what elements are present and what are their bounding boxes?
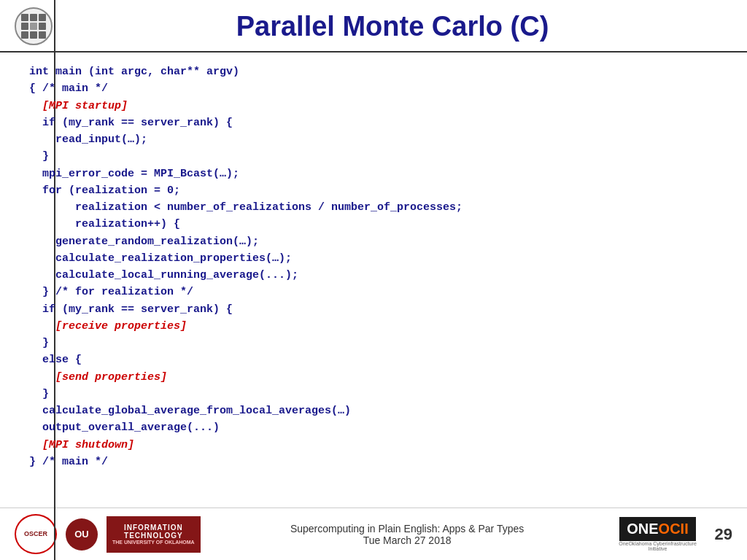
- code-block: int main (int argc, char** argv){ /* mai…: [29, 63, 718, 470]
- code-line: output_overall_average(...): [29, 419, 718, 436]
- code-line: { /* main */: [29, 80, 718, 97]
- slide: Parallel Monte Carlo (C) int main (int a…: [0, 0, 747, 560]
- oneocii-one: ONE: [627, 521, 658, 537]
- code-line: read_input(…);: [29, 131, 718, 148]
- code-line: [MPI shutdown]: [29, 437, 718, 454]
- code-line: else {: [29, 351, 718, 368]
- footer: OSCER OU INFORMATION TECHNOLOGY THE UNIV…: [0, 508, 747, 560]
- header: Parallel Monte Carlo (C): [0, 0, 747, 52]
- footer-right: ONEOCII OneOklahoma Cyberinfrastructure …: [614, 517, 732, 551]
- code-line: }: [29, 335, 718, 351]
- code-line: mpi_error_code = MPI_Bcast(…);: [29, 166, 718, 182]
- code-line: if (my_rank == server_rank) {: [29, 301, 718, 318]
- code-line: int main (int argc, char** argv): [29, 63, 718, 80]
- footer-center: Supercomputing in Plain English: Apps & …: [290, 523, 524, 546]
- code-line: generate_random_realization(…);: [29, 233, 718, 250]
- oscer-logo: OSCER: [15, 514, 57, 554]
- code-line: [MPI startup]: [29, 98, 718, 114]
- code-line: }: [29, 148, 718, 165]
- code-line: realization < number_of_realizations / n…: [29, 199, 718, 216]
- oneocii-sub: OneOklahoma Cyberinfrastructure Initiati…: [614, 541, 702, 551]
- code-line: calculate_local_running_average(...);: [29, 267, 718, 284]
- slide-title: Parallel Monte Carlo (C): [53, 11, 732, 42]
- oneocii-logo: ONEOCII: [619, 517, 695, 541]
- code-line: } /* main */: [29, 454, 718, 470]
- code-line: if (my_rank == server_rank) {: [29, 114, 718, 131]
- page-number: 29: [715, 525, 732, 544]
- footer-line2: Tue March 27 2018: [290, 534, 524, 546]
- it-logo: INFORMATION TECHNOLOGY THE UNIVERSITY OF…: [107, 516, 201, 553]
- oneocii-colored: OCII: [659, 521, 689, 537]
- code-line: calculate_global_average_from_local_aver…: [29, 402, 718, 419]
- footer-line1: Supercomputing in Plain English: Apps & …: [290, 523, 524, 534]
- ou-logo: OU: [66, 518, 98, 551]
- code-content: int main (int argc, char** argv){ /* mai…: [0, 52, 747, 508]
- code-line: } /* for realization */: [29, 284, 718, 300]
- code-line: realization++) {: [29, 216, 718, 233]
- code-line: [receive properties]: [29, 318, 718, 335]
- code-line: [send properties]: [29, 369, 718, 386]
- footer-logos: OSCER OU INFORMATION TECHNOLOGY THE UNIV…: [15, 514, 201, 554]
- header-logo: [15, 7, 53, 45]
- code-line: }: [29, 386, 718, 402]
- code-line: calculate_realization_properties(…);: [29, 250, 718, 267]
- code-line: for (realization = 0;: [29, 182, 718, 199]
